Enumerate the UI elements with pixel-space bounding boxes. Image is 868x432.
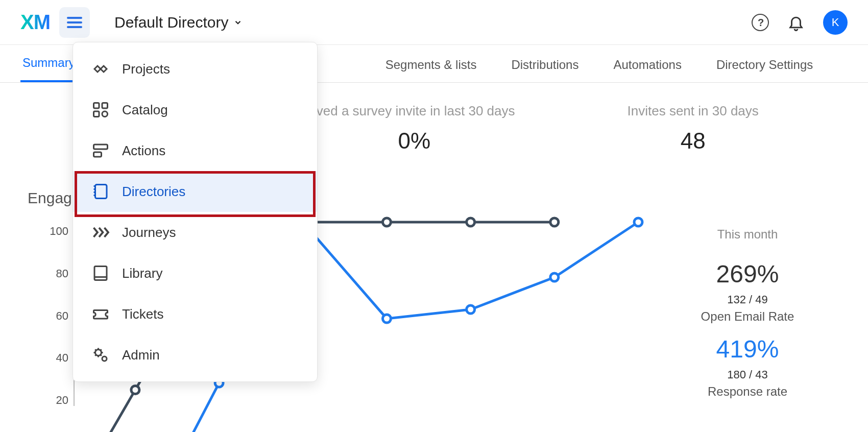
menu-label: Catalog — [122, 102, 168, 118]
y-axis: 100 80 60 40 20 — [38, 222, 74, 406]
directory-title: Default Directory — [114, 14, 228, 31]
y-tick: 80 — [56, 267, 68, 280]
tab-automations[interactable]: Automations — [611, 47, 683, 82]
tab-segments[interactable]: Segments & lists — [383, 47, 479, 82]
menu-label: Admin — [122, 347, 160, 363]
side-stats: This month 269% 132 / 49 Open Email Rate… — [671, 222, 824, 406]
logo[interactable]: XM — [20, 11, 50, 34]
stat-survey-invite: ived a survey invite in last 30 days 0% — [314, 103, 515, 154]
actions-icon — [91, 141, 110, 160]
period-label: This month — [671, 227, 824, 242]
y-tick: 20 — [56, 394, 68, 407]
y-tick: 40 — [56, 351, 68, 365]
svg-point-16 — [102, 111, 108, 117]
menu-label: Directories — [122, 184, 185, 200]
directories-icon — [91, 182, 110, 201]
response-rate-fraction: 180 / 43 — [671, 368, 824, 381]
tab-distributions[interactable]: Distributions — [509, 47, 581, 82]
chevron-down-icon — [233, 18, 243, 27]
open-rate-pct: 269% — [671, 260, 824, 288]
main-menu-dropdown: Projects Catalog Actions Directories Jou… — [73, 42, 318, 382]
menu-item-catalog[interactable]: Catalog — [73, 89, 317, 130]
svg-text:?: ? — [758, 17, 764, 28]
menu-item-directories[interactable]: Directories — [73, 171, 317, 212]
menu-item-journeys[interactable]: Journeys — [73, 212, 317, 253]
top-bar: XM Default Directory ? K — [0, 0, 868, 45]
svg-point-9 — [382, 315, 391, 323]
catalog-icon — [91, 101, 110, 119]
stat-label: ived a survey invite in last 30 days — [314, 103, 515, 119]
open-rate-fraction: 132 / 49 — [671, 293, 824, 306]
stat-value: 48 — [628, 128, 759, 154]
directory-selector[interactable]: Default Directory — [114, 14, 243, 31]
svg-point-10 — [467, 305, 475, 314]
svg-point-4 — [382, 218, 391, 226]
svg-point-11 — [550, 273, 559, 281]
svg-rect-20 — [94, 267, 107, 280]
menu-item-actions[interactable]: Actions — [73, 130, 317, 171]
svg-rect-13 — [94, 103, 100, 109]
menu-label: Journeys — [122, 225, 176, 241]
menu-label: Tickets — [122, 306, 163, 322]
y-tick: 60 — [56, 309, 68, 323]
svg-point-1 — [131, 386, 139, 394]
svg-rect-15 — [94, 111, 100, 117]
tickets-icon — [91, 305, 110, 323]
topbar-left: XM Default Directory — [20, 7, 243, 38]
menu-item-tickets[interactable]: Tickets — [73, 294, 317, 334]
menu-label: Actions — [122, 143, 165, 159]
avatar[interactable]: K — [823, 10, 848, 35]
svg-point-12 — [634, 218, 642, 226]
svg-point-22 — [102, 356, 107, 361]
question-icon: ? — [756, 17, 764, 28]
hamburger-icon — [67, 17, 82, 28]
svg-point-5 — [467, 218, 475, 226]
svg-rect-14 — [102, 103, 108, 109]
response-rate-label: Response rate — [671, 385, 824, 399]
main-menu-button[interactable] — [59, 7, 90, 38]
stat-invites-sent: Invites sent in 30 days 48 — [628, 103, 759, 154]
menu-item-projects[interactable]: Projects — [73, 49, 317, 89]
menu-label: Projects — [122, 61, 170, 77]
svg-rect-18 — [94, 152, 102, 157]
svg-rect-19 — [95, 185, 107, 199]
topbar-right: ? K — [752, 10, 848, 35]
journeys-icon — [91, 223, 110, 242]
projects-icon — [91, 60, 110, 78]
stat-value: 0% — [314, 128, 515, 154]
menu-item-admin[interactable]: Admin — [73, 334, 317, 375]
tab-summary[interactable]: Summary — [20, 45, 77, 82]
response-rate-pct: 419% — [671, 335, 824, 363]
y-tick: 100 — [50, 225, 68, 238]
stat-label: Invites sent in 30 days — [628, 103, 759, 119]
notifications-icon[interactable] — [787, 14, 805, 31]
help-button[interactable]: ? — [752, 14, 769, 31]
svg-point-6 — [550, 218, 559, 226]
tab-directory-settings[interactable]: Directory Settings — [714, 47, 815, 82]
menu-item-library[interactable]: Library — [73, 253, 317, 294]
menu-label: Library — [122, 266, 162, 281]
open-rate-label: Open Email Rate — [671, 309, 824, 324]
library-icon — [91, 264, 110, 282]
admin-icon — [91, 346, 110, 364]
svg-rect-17 — [94, 145, 108, 149]
